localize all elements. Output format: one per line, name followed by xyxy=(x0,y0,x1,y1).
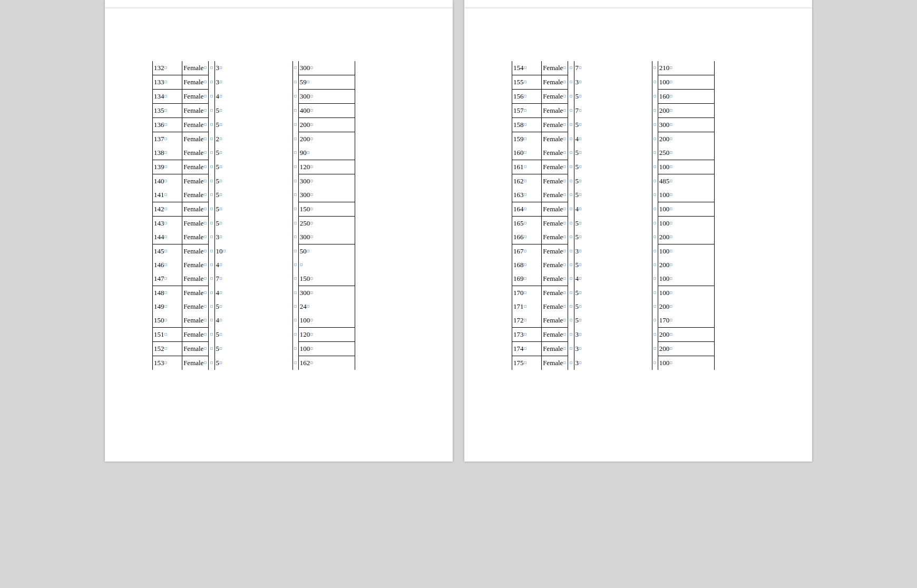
cell-gender: Female¤ xyxy=(542,272,568,286)
formatting-mark-icon: ¤ xyxy=(563,331,566,338)
formatting-mark-icon: ¤ xyxy=(164,233,168,241)
cell-gender: Female¤ xyxy=(542,286,568,300)
cell-gender: Female¤ xyxy=(182,132,209,146)
formatting-mark-icon: ¤ xyxy=(563,163,566,171)
cell-v2: 120¤ xyxy=(298,160,355,174)
formatting-mark-icon: ¤ xyxy=(210,261,213,269)
formatting-mark-icon: ¤ xyxy=(653,149,657,156)
formatting-mark-icon: ¤ xyxy=(203,248,207,255)
cell-text-v1: 10 xyxy=(216,247,223,255)
spacer-cell: ¤ xyxy=(292,286,298,300)
cell-text-gender: Female xyxy=(543,330,563,338)
formatting-mark-icon: ¤ xyxy=(294,79,297,86)
formatting-mark-icon: ¤ xyxy=(164,289,168,297)
cell-id: 160¤ xyxy=(512,146,542,160)
spacer-cell: ¤ xyxy=(209,258,214,272)
cell-text-id: 154 xyxy=(513,64,524,72)
page-edge-right xyxy=(464,0,812,8)
spacer-cell: ¤ xyxy=(292,202,298,217)
formatting-mark-icon: ¤ xyxy=(310,121,313,129)
cell-v2: 100¤ xyxy=(658,75,714,90)
cell-gender: Female¤ xyxy=(182,244,209,259)
cell-text-gender: Female xyxy=(543,345,563,352)
spacer-cell: ¤ xyxy=(292,118,298,132)
cell-text-id: 135 xyxy=(154,106,164,114)
formatting-mark-icon: ¤ xyxy=(579,233,582,241)
formatting-mark-icon: ¤ xyxy=(310,107,313,114)
formatting-mark-icon: ¤ xyxy=(164,121,168,129)
table-row: 173¤Female¤¤3¤¤200¤ xyxy=(512,328,715,342)
spacer-cell: ¤ xyxy=(568,313,574,328)
formatting-mark-icon: ¤ xyxy=(653,275,657,282)
spacer-cell: ¤ xyxy=(292,272,298,286)
formatting-mark-icon: ¤ xyxy=(294,275,297,282)
formatting-mark-icon: ¤ xyxy=(563,178,566,185)
cell-v1: 4¤ xyxy=(214,258,292,272)
formatting-mark-icon: ¤ xyxy=(203,233,207,241)
cell-id: 133¤ xyxy=(153,75,182,90)
cell-v2: 150¤ xyxy=(298,272,355,286)
formatting-mark-icon: ¤ xyxy=(653,79,657,86)
spacer-cell: ¤ xyxy=(209,75,214,90)
spacer-cell: ¤ xyxy=(568,217,574,231)
cell-v2: 200¤ xyxy=(658,132,714,146)
formatting-mark-icon: ¤ xyxy=(524,178,527,185)
formatting-mark-icon: ¤ xyxy=(653,178,657,185)
cell-text-v2: 200 xyxy=(300,121,310,129)
formatting-mark-icon: ¤ xyxy=(524,93,527,100)
formatting-mark-icon: ¤ xyxy=(219,121,222,129)
formatting-mark-icon: ¤ xyxy=(210,178,213,185)
formatting-mark-icon: ¤ xyxy=(294,205,297,213)
cell-text-gender: Female xyxy=(183,359,203,367)
cell-v2: 150¤ xyxy=(298,202,355,217)
spacer-cell: ¤ xyxy=(568,272,574,286)
formatting-mark-icon: ¤ xyxy=(310,317,313,324)
table-row: 171¤Female¤¤5¤¤200¤ xyxy=(512,300,715,313)
cell-text-gender: Female xyxy=(183,121,203,129)
cell-gender: Female¤ xyxy=(542,188,568,202)
formatting-mark-icon: ¤ xyxy=(669,135,672,143)
cell-v2: 300¤ xyxy=(298,61,355,75)
cell-text-gender: Female xyxy=(183,64,203,72)
cell-text-id: 136 xyxy=(154,121,164,129)
cell-text-gender: Female xyxy=(183,177,203,185)
cell-text-gender: Female xyxy=(543,92,563,100)
cell-text-id: 142 xyxy=(154,205,164,213)
cell-v2: 300¤ xyxy=(298,286,355,300)
formatting-mark-icon: ¤ xyxy=(294,289,297,297)
cell-gender: Female¤ xyxy=(542,174,568,189)
cell-text-gender: Female xyxy=(543,78,563,86)
table-row: 163¤Female¤¤5¤¤100¤ xyxy=(512,188,715,202)
cell-text-gender: Female xyxy=(543,106,563,114)
formatting-mark-icon: ¤ xyxy=(300,261,303,269)
cell-v2: 160¤ xyxy=(658,90,714,104)
formatting-mark-icon: ¤ xyxy=(563,233,566,241)
cell-text-v2: 200 xyxy=(659,233,670,241)
cell-text-v2: 200 xyxy=(659,330,670,338)
cell-id: 150¤ xyxy=(153,313,182,328)
cell-text-id: 174 xyxy=(513,345,524,352)
cell-text-gender: Female xyxy=(543,149,563,156)
formatting-mark-icon: ¤ xyxy=(310,163,313,171)
formatting-mark-icon: ¤ xyxy=(563,220,566,227)
formatting-mark-icon: ¤ xyxy=(219,135,222,143)
formatting-mark-icon: ¤ xyxy=(524,149,527,156)
cell-v1: 5¤ xyxy=(574,90,652,104)
cell-text-v2: 150 xyxy=(300,275,310,282)
cell-gender: Female¤ xyxy=(182,300,209,313)
spacer-cell: ¤ xyxy=(568,230,574,244)
cell-id: 156¤ xyxy=(512,90,542,104)
spacer-cell: ¤ xyxy=(209,217,214,231)
table-row: 174¤Female¤¤3¤¤200¤ xyxy=(512,342,715,356)
cell-text-id: 152 xyxy=(154,345,164,352)
formatting-mark-icon: ¤ xyxy=(210,220,213,227)
spacer-cell: ¤ xyxy=(292,328,298,342)
formatting-mark-icon: ¤ xyxy=(653,233,657,241)
formatting-mark-icon: ¤ xyxy=(669,93,672,100)
formatting-mark-icon: ¤ xyxy=(210,79,213,86)
cell-v1: 5¤ xyxy=(214,188,292,202)
cell-v2: 250¤ xyxy=(658,146,714,160)
cell-text-v2: 200 xyxy=(659,135,670,143)
cell-v1: 5¤ xyxy=(574,118,652,132)
cell-id: 135¤ xyxy=(153,104,182,118)
